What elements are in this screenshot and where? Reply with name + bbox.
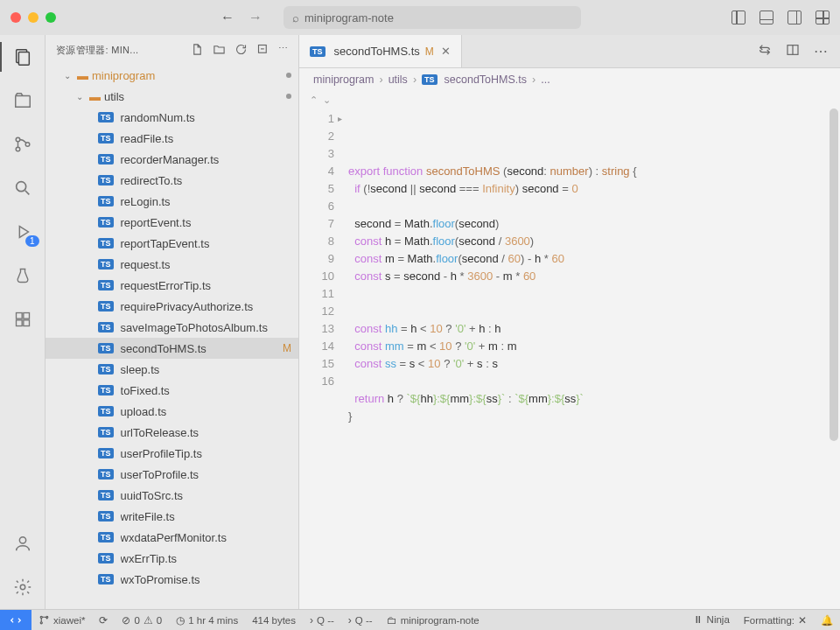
file-label: requirePrivacyAuthorize.ts [121, 300, 291, 313]
close-window-button[interactable] [10, 12, 21, 23]
file-item[interactable]: TSwxdataPerfMonitor.ts [46, 527, 298, 548]
file-item[interactable]: TSsaveImageToPhotosAlbum.ts [46, 317, 298, 338]
file-item[interactable]: TSreLogin.ts [46, 191, 298, 212]
ninja-button[interactable]: ⏸ Ninja [686, 614, 737, 625]
breadcrumb-folder[interactable]: miniprogram [313, 74, 374, 86]
editor-more-button[interactable]: ⋯ [814, 43, 828, 60]
code-line[interactable]: second = Math.floor(second) [348, 215, 840, 233]
git-branch-button[interactable]: xiawei* [32, 610, 92, 630]
customize-layout-button[interactable] [816, 10, 830, 24]
wakatime-button[interactable]: ◷ 1 hr 4 mins [169, 610, 245, 630]
file-label: recorderManager.ts [121, 153, 291, 166]
typescript-icon: TS [98, 490, 114, 500]
extensions-activity-button[interactable] [11, 308, 34, 331]
file-item[interactable]: TSwriteFile.ts [46, 506, 298, 527]
run-debug-activity-button[interactable]: 1 [11, 220, 34, 243]
file-item[interactable]: TSreportEvent.ts [46, 212, 298, 233]
file-item[interactable]: TStoFixed.ts [46, 380, 298, 401]
modified-indicator [286, 94, 291, 99]
formatting-button[interactable]: Formatting: ✕ [737, 614, 814, 626]
folder-utils[interactable]: ⌄ ▬ utils [46, 86, 298, 107]
file-item[interactable]: TSrequirePrivacyAuthorize.ts [46, 296, 298, 317]
code-body[interactable]: ▸ export function secondToHMS (second: n… [348, 108, 840, 609]
code-line[interactable]: const hh = h < 10 ? '0' + h : h [348, 320, 840, 338]
open-editors-activity-button[interactable] [11, 89, 34, 112]
more-actions-button[interactable]: ⋯ [278, 43, 288, 58]
remote-button[interactable] [0, 610, 32, 630]
file-item[interactable]: TSreadFile.ts [46, 128, 298, 149]
command-center[interactable]: ⌕ miniprogram-note [284, 6, 581, 29]
code-line[interactable]: const mm = m < 10 ? '0' + m : m [348, 338, 840, 355]
file-item[interactable]: TSrequest.ts [46, 254, 298, 275]
file-item[interactable]: TSreportTapEvent.ts [46, 233, 298, 254]
new-file-button[interactable] [191, 43, 204, 58]
sync-button[interactable]: ⟳ [92, 610, 115, 630]
indicator-q1[interactable]: › Q -- [303, 610, 341, 630]
chevron-up-icon[interactable]: ⌃ [310, 94, 318, 106]
file-item[interactable]: TSwxErrTip.ts [46, 548, 298, 569]
compare-changes-button[interactable] [758, 43, 772, 60]
code-editor[interactable]: 12345678910111213141516 ▸ export functio… [299, 108, 840, 609]
file-item[interactable]: TSrecorderManager.ts [46, 149, 298, 170]
maximize-window-button[interactable] [46, 12, 56, 23]
code-line[interactable] [348, 425, 840, 443]
new-folder-button[interactable] [213, 43, 226, 58]
tab-secondtohms[interactable]: TS secondToHMS.ts M ✕ [299, 35, 462, 67]
minimize-window-button[interactable] [28, 12, 38, 23]
chevron-down-icon[interactable]: ⌄ [323, 94, 331, 106]
file-item[interactable]: TSredirectTo.ts [46, 170, 298, 191]
source-control-activity-button[interactable] [11, 133, 34, 156]
code-line[interactable] [348, 373, 840, 390]
file-item[interactable]: TSuserToProfile.ts [46, 464, 298, 485]
file-item[interactable]: TSrandomNum.ts [46, 107, 298, 128]
explorer-activity-button[interactable] [11, 46, 34, 68]
code-line[interactable]: export function secondToHMS (second: num… [348, 163, 840, 180]
file-item[interactable]: TSurlToRelease.ts [46, 422, 298, 443]
folder-miniprogram[interactable]: ⌄ ▬ miniprogram [46, 65, 298, 86]
file-tree[interactable]: ⌄ ▬ miniprogram ⌄ ▬ utils TSrandomNum.ts… [46, 65, 298, 609]
code-line[interactable] [348, 303, 840, 320]
file-item[interactable]: TSupload.ts [46, 401, 298, 422]
svg-point-11 [20, 584, 25, 590]
code-line[interactable]: const m = Math.floor(second / 60) - h * … [348, 250, 840, 268]
toggle-secondary-sidebar-button[interactable] [788, 10, 802, 24]
file-item[interactable]: TSwxToPromise.ts [46, 569, 298, 590]
breadcrumb-folder[interactable]: utils [388, 74, 408, 86]
nav-back-button[interactable]: ← [220, 10, 234, 25]
code-line[interactable] [348, 198, 840, 215]
toggle-primary-sidebar-button[interactable] [732, 10, 746, 24]
collapse-all-button[interactable] [256, 43, 270, 58]
vertical-scrollbar[interactable] [830, 108, 838, 441]
notifications-button[interactable]: 🔔 [814, 614, 840, 626]
code-line[interactable]: return h ? `${hh}:${mm}:${ss}` : `${mm}:… [348, 390, 840, 408]
code-line[interactable]: const h = Math.floor(second / 3600) [348, 233, 840, 250]
fold-marker-icon[interactable]: ▸ [338, 110, 342, 128]
code-line[interactable]: if (!second || second === Infinity) seco… [348, 180, 840, 198]
project-name-button[interactable]: 🗀 miniprogram-note [380, 610, 486, 630]
refresh-button[interactable] [234, 43, 248, 58]
nav-forward-button[interactable]: → [248, 10, 262, 25]
accounts-button[interactable] [11, 532, 34, 555]
file-item[interactable]: TSsleep.ts [46, 359, 298, 380]
svg-rect-1 [18, 52, 29, 66]
testing-activity-button[interactable] [11, 264, 34, 287]
file-item[interactable]: TSuuidToSrc.ts [46, 485, 298, 506]
settings-button[interactable] [11, 576, 34, 598]
code-line[interactable]: const ss = s < 10 ? '0' + s : s [348, 355, 840, 373]
breadcrumb-more[interactable]: ... [541, 74, 550, 86]
breadcrumb-file[interactable]: TS secondToHMS.ts [422, 74, 527, 86]
close-tab-button[interactable]: ✕ [441, 45, 451, 58]
search-activity-button[interactable] [11, 177, 34, 200]
file-item[interactable]: TSsecondToHMS.tsM [46, 338, 298, 359]
code-line[interactable]: const s = second - h * 3600 - m * 60 [348, 268, 840, 285]
problems-button[interactable]: ⊘0 ⚠0 [115, 610, 169, 630]
code-line[interactable] [348, 285, 840, 303]
file-size[interactable]: 414 bytes [245, 610, 303, 630]
breadcrumbs[interactable]: miniprogram › utils › TS secondToHMS.ts … [299, 68, 840, 91]
toggle-panel-button[interactable] [760, 10, 774, 24]
file-item[interactable]: TSuserProfileTip.ts [46, 443, 298, 464]
file-item[interactable]: TSrequestErrorTip.ts [46, 275, 298, 296]
code-line[interactable]: } [348, 408, 840, 425]
indicator-q2[interactable]: › Q -- [341, 610, 380, 630]
split-editor-button[interactable] [786, 43, 800, 60]
